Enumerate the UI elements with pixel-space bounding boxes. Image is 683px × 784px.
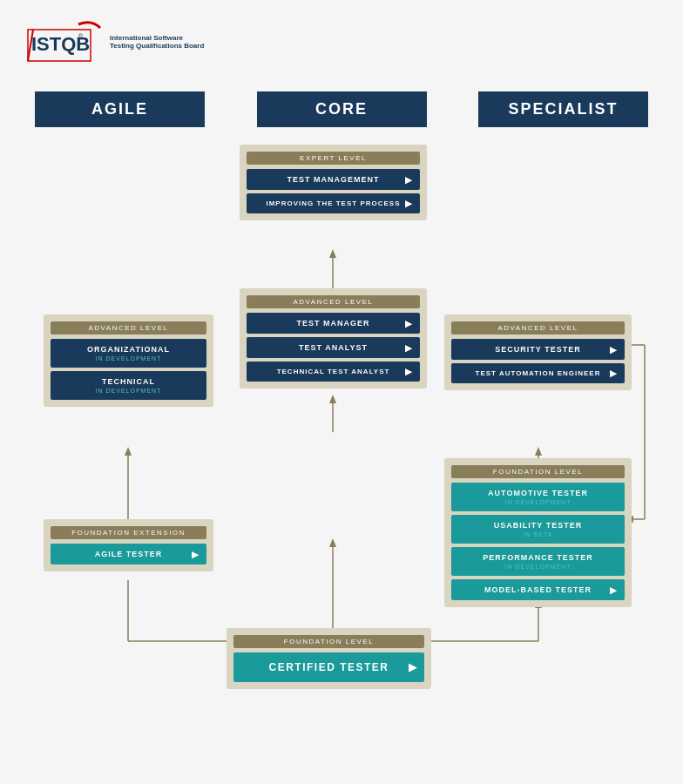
core-header: CORE <box>257 91 427 127</box>
expert-level-box: EXPERT LEVEL TEST MANAGEMENT ▶ IMPROVING… <box>240 145 427 220</box>
agile-advanced-label: ADVANCED LEVEL <box>51 321 206 335</box>
test-management-btn[interactable]: TEST MANAGEMENT ▶ <box>247 169 420 190</box>
arrow-icon: ▶ <box>610 585 618 595</box>
specialist-advanced-box: ADVANCED LEVEL SECURITY TESTER ▶ TEST AU… <box>444 314 632 390</box>
arrow-icon: ▶ <box>610 368 618 378</box>
technical-agile-btn[interactable]: TECHNICAL IN DEVELOPMENT <box>51 371 206 400</box>
arrow-icon: ▶ <box>409 661 418 673</box>
arrow-icon: ▶ <box>405 367 413 376</box>
agile-tester-btn[interactable]: AGILE TESTER ▶ <box>51 544 206 564</box>
organizational-btn[interactable]: ORGANIZATIONAL IN DEVELOPMENT <box>51 339 206 368</box>
expert-level-label: EXPERT LEVEL <box>247 152 420 165</box>
automotive-tester-btn[interactable]: AUTOMOTIVE TESTER IN DEVELOPMENT <box>451 483 625 511</box>
svg-marker-7 <box>329 395 336 403</box>
logo-area: ISTQB ® International Software Testing Q… <box>17 17 666 65</box>
specialist-foundation-label: FOUNDATION LEVEL <box>451 465 625 478</box>
specialist-header: SPECIALIST <box>478 91 648 127</box>
arrow-icon: ▶ <box>405 319 413 328</box>
arrow-icon: ▶ <box>405 199 413 208</box>
specialist-advanced-label: ADVANCED LEVEL <box>451 321 625 335</box>
model-based-tester-btn[interactable]: MODEL-BASED TESTER ▶ <box>451 579 625 600</box>
usability-tester-btn[interactable]: USABILITY TESTER IN BETA <box>451 515 625 544</box>
svg-text:®: ® <box>78 33 84 39</box>
performance-tester-btn[interactable]: PERFORMANCE TESTER IN DEVELOPMENT <box>451 547 625 576</box>
core-advanced-box: ADVANCED LEVEL TEST MANAGER ▶ TEST ANALY… <box>240 288 427 389</box>
agile-header: AGILE <box>35 91 205 127</box>
security-tester-btn[interactable]: SECURITY TESTER ▶ <box>451 339 625 360</box>
diagram-area: EXPERT LEVEL TEST MANAGEMENT ▶ IMPROVING… <box>17 145 666 720</box>
arrow-icon: ▶ <box>405 343 413 353</box>
svg-marker-9 <box>329 538 336 547</box>
svg-marker-11 <box>125 447 132 456</box>
page-wrapper: ISTQB ® International Software Testing Q… <box>0 0 683 737</box>
svg-marker-5 <box>329 249 336 258</box>
specialist-foundation-box: FOUNDATION LEVEL AUTOMOTIVE TESTER IN DE… <box>444 458 632 607</box>
logo-subtitle: International Software Testing Qualifica… <box>110 34 204 50</box>
foundation-label: FOUNDATION LEVEL <box>233 635 424 648</box>
agile-foundation-label: FOUNDATION EXTENSION <box>51 526 206 539</box>
certified-tester-btn[interactable]: CERTIFIED TESTER ▶ <box>233 652 424 682</box>
improving-test-process-btn[interactable]: IMPROVING THE TEST PROCESS ▶ <box>247 193 420 213</box>
test-analyst-btn[interactable]: TEST ANALYST ▶ <box>247 337 420 358</box>
arrow-icon: ▶ <box>192 550 199 559</box>
foundation-box: FOUNDATION LEVEL CERTIFIED TESTER ▶ <box>227 628 431 689</box>
arrow-icon: ▶ <box>405 175 413 185</box>
test-manager-btn[interactable]: TEST MANAGER ▶ <box>247 313 420 334</box>
test-automation-engineer-btn[interactable]: TEST AUTOMATION ENGINEER ▶ <box>451 363 625 383</box>
svg-marker-15 <box>535 447 542 456</box>
columns-header: AGILE CORE SPECIALIST <box>17 91 666 127</box>
agile-foundation-box: FOUNDATION EXTENSION AGILE TESTER ▶ <box>44 519 213 571</box>
technical-test-analyst-btn[interactable]: TECHNICAL TEST ANALYST ▶ <box>247 362 420 382</box>
agile-advanced-box: ADVANCED LEVEL ORGANIZATIONAL IN DEVELOP… <box>44 314 213 407</box>
arrow-icon: ▶ <box>610 345 618 355</box>
core-advanced-label: ADVANCED LEVEL <box>247 295 420 308</box>
